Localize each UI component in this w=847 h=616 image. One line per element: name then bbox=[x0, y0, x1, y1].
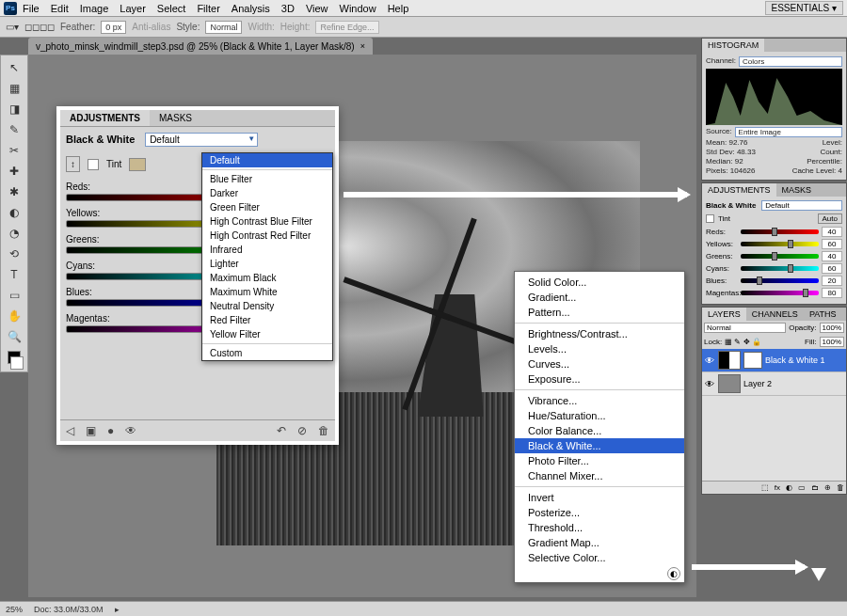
antialias-checkbox[interactable]: Anti-alias bbox=[132, 22, 170, 32]
hand-tool-icon[interactable]: ↕ bbox=[66, 156, 80, 172]
mini-slider[interactable] bbox=[741, 242, 819, 246]
menu-item-color-balance[interactable]: Color Balance... bbox=[515, 423, 684, 438]
preset-select[interactable]: Default bbox=[145, 133, 258, 147]
preset-item[interactable]: Blue Filter bbox=[202, 172, 332, 186]
preset-item[interactable]: Neutral Density bbox=[202, 299, 332, 313]
visibility-icon[interactable]: 👁 bbox=[125, 424, 136, 437]
menu-filter[interactable]: Filter bbox=[197, 3, 219, 14]
refine-edge-button[interactable]: Refine Edge... bbox=[315, 21, 378, 34]
feather-input[interactable]: 0 px bbox=[101, 21, 126, 34]
background-swatch[interactable] bbox=[10, 356, 24, 370]
preset-item[interactable]: Red Filter bbox=[202, 313, 332, 327]
mask-icon[interactable]: ◐ bbox=[786, 483, 792, 492]
menu-item-selective-color[interactable]: Selective Color... bbox=[515, 550, 684, 565]
wand-tool-icon[interactable]: ✎ bbox=[4, 120, 24, 139]
preset-item[interactable]: Lighter bbox=[202, 257, 332, 271]
shape-tool-icon[interactable]: ▭ bbox=[4, 286, 24, 305]
visibility-icon[interactable]: 👁 bbox=[704, 378, 715, 389]
stamp-tool-icon[interactable]: ◔ bbox=[4, 224, 24, 243]
preset-item-default[interactable]: Default bbox=[202, 153, 332, 167]
preset-item-custom[interactable]: Custom bbox=[202, 346, 332, 360]
tab-histogram[interactable]: HISTOGRAM bbox=[702, 39, 764, 52]
menu-3d[interactable]: 3D bbox=[281, 3, 295, 14]
move-tool-icon[interactable]: ↖ bbox=[4, 58, 24, 77]
chevron-right-icon[interactable]: ▸ bbox=[115, 605, 120, 614]
crop-tool-icon[interactable]: ✂ bbox=[4, 141, 24, 160]
brush-tool-icon[interactable]: ◐ bbox=[4, 203, 24, 222]
hand-tool-icon[interactable]: ✋ bbox=[4, 307, 24, 325]
channel-select[interactable]: Colors bbox=[739, 56, 842, 67]
blend-mode-select[interactable]: Normal bbox=[704, 323, 786, 333]
tool-preset-icon[interactable]: ▭▾ bbox=[6, 22, 19, 32]
tab-adjustments[interactable]: ADJUSTMENTS bbox=[60, 110, 150, 126]
preset-item[interactable]: Infrared bbox=[202, 243, 332, 257]
menu-item-levels[interactable]: Levels... bbox=[515, 341, 684, 356]
menu-item-posterize[interactable]: Posterize... bbox=[515, 505, 684, 520]
new-layer-icon[interactable]: ⊕ bbox=[824, 483, 831, 492]
previous-state-icon[interactable]: ↶ bbox=[277, 424, 286, 437]
preset-item[interactable]: Maximum Black bbox=[202, 271, 332, 285]
menu-item-hue[interactable]: Hue/Saturation... bbox=[515, 408, 684, 423]
tab-masks[interactable]: MASKS bbox=[150, 110, 201, 126]
menu-edit[interactable]: Edit bbox=[51, 3, 69, 14]
mini-preset-select[interactable]: Default bbox=[761, 200, 842, 211]
adjustment-layer-icon[interactable]: ◐ bbox=[667, 567, 680, 580]
mini-auto-button[interactable]: Auto bbox=[818, 213, 842, 224]
menu-window[interactable]: Window bbox=[340, 3, 376, 14]
mini-slider[interactable] bbox=[741, 229, 819, 234]
zoom-tool-icon[interactable]: 🔍 bbox=[4, 327, 24, 346]
menu-item-exposure[interactable]: Exposure... bbox=[515, 371, 684, 387]
fill-input[interactable]: 100% bbox=[820, 337, 844, 347]
menu-view[interactable]: View bbox=[306, 3, 328, 14]
mini-tint-checkbox[interactable] bbox=[706, 214, 714, 223]
preset-item[interactable]: Maximum White bbox=[202, 285, 332, 299]
menu-item-curves[interactable]: Curves... bbox=[515, 356, 684, 371]
tint-checkbox[interactable] bbox=[88, 159, 99, 170]
style-select[interactable]: Normal bbox=[205, 21, 242, 34]
type-tool-icon[interactable]: T bbox=[4, 265, 24, 284]
marquee-mode-icon[interactable]: ◻◻◻◻ bbox=[24, 22, 55, 32]
lasso-tool-icon[interactable]: ◨ bbox=[4, 100, 24, 118]
preset-item[interactable]: Darker bbox=[202, 186, 332, 200]
fx-icon[interactable]: fx bbox=[775, 483, 780, 492]
tint-swatch[interactable] bbox=[129, 158, 146, 171]
mini-slider[interactable] bbox=[741, 266, 819, 271]
lock-icons[interactable]: ▦ ✎ ✥ 🔒 bbox=[725, 338, 761, 346]
menu-item-photo-filter[interactable]: Photo Filter... bbox=[515, 453, 684, 468]
heal-tool-icon[interactable]: ✱ bbox=[4, 182, 24, 201]
menu-layer[interactable]: Layer bbox=[120, 3, 146, 14]
preset-item[interactable]: Green Filter bbox=[202, 200, 332, 214]
mini-slider[interactable] bbox=[741, 278, 819, 283]
preset-item[interactable]: Yellow Filter bbox=[202, 327, 332, 341]
menu-item-solid-color[interactable]: Solid Color... bbox=[515, 275, 684, 290]
group-icon[interactable]: 🗀 bbox=[811, 483, 819, 492]
menu-select[interactable]: Select bbox=[157, 3, 186, 14]
clip-icon[interactable]: ● bbox=[107, 424, 114, 437]
expand-icon[interactable]: ▣ bbox=[86, 424, 96, 437]
tab-masks[interactable]: MASKS bbox=[776, 183, 818, 197]
menu-help[interactable]: Help bbox=[388, 3, 409, 14]
trash-icon[interactable]: 🗑 bbox=[837, 483, 844, 492]
mini-slider[interactable] bbox=[741, 254, 819, 259]
tab-paths[interactable]: PATHS bbox=[804, 308, 842, 321]
menu-item-gradient[interactable]: Gradient... bbox=[515, 290, 684, 305]
visibility-icon[interactable]: 👁 bbox=[704, 355, 715, 366]
menu-item-threshold[interactable]: Threshold... bbox=[515, 520, 684, 535]
tab-adjustments[interactable]: ADJUSTMENTS bbox=[702, 183, 776, 197]
menu-item-invert[interactable]: Invert bbox=[515, 490, 684, 505]
back-icon[interactable]: ◁ bbox=[66, 424, 74, 437]
menu-item-vibrance[interactable]: Vibrance... bbox=[515, 393, 684, 408]
eyedropper-tool-icon[interactable]: ✚ bbox=[4, 162, 24, 181]
tab-layers[interactable]: LAYERS bbox=[702, 308, 746, 321]
menu-image[interactable]: Image bbox=[80, 3, 109, 14]
document-tab[interactable]: v_photo_minsk_windmill_step3.psd @ 25% (… bbox=[28, 38, 373, 55]
menu-file[interactable]: File bbox=[23, 3, 40, 14]
menu-item-black-white[interactable]: Black & White... bbox=[515, 438, 684, 453]
layer-mask[interactable] bbox=[743, 352, 762, 369]
mini-slider[interactable] bbox=[741, 291, 819, 295]
menu-item-gradient-map[interactable]: Gradient Map... bbox=[515, 535, 684, 550]
link-icon[interactable]: ⬚ bbox=[761, 483, 769, 492]
new-adj-icon[interactable]: ▭ bbox=[798, 483, 806, 492]
close-tab-icon[interactable]: × bbox=[360, 41, 365, 51]
tab-channels[interactable]: CHANNELS bbox=[746, 308, 804, 321]
